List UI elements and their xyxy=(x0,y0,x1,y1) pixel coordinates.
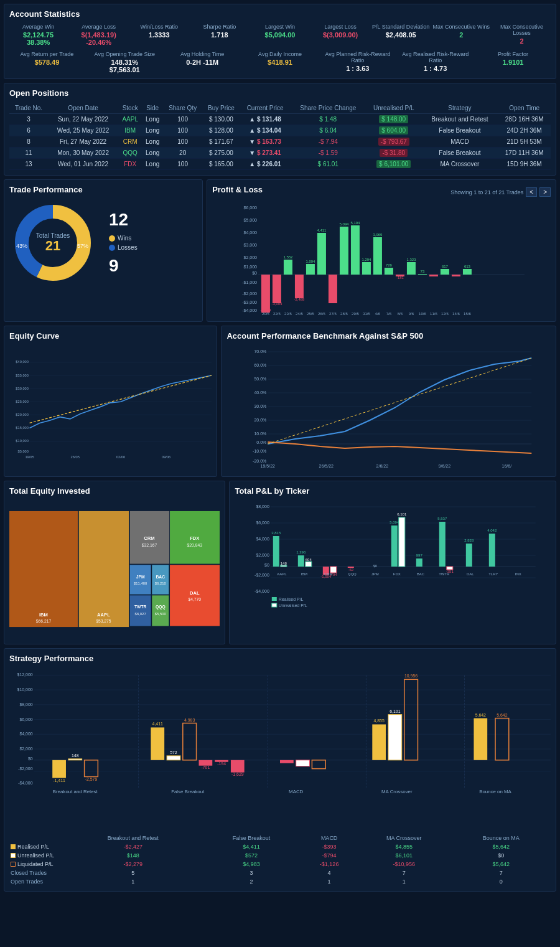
svg-line-69 xyxy=(30,375,212,423)
svg-text:-2,579: -2,579 xyxy=(85,777,98,781)
svg-text:-2,489: -2,489 xyxy=(294,298,306,301)
svg-text:JPM: JPM xyxy=(136,575,145,579)
stat-winloss-ratio: Win/Loss Ratio 1.3333 xyxy=(130,24,188,46)
bar-macd-u xyxy=(296,760,310,766)
svg-text:$10,000: $10,000 xyxy=(16,439,29,443)
bar xyxy=(295,275,304,298)
svg-text:4,411: 4,411 xyxy=(152,722,163,726)
svg-text:QQQ: QQQ xyxy=(156,605,166,610)
equity-curve-chart: $40,000 $35,000 $30,000 $25,000 $20,000 … xyxy=(9,346,212,470)
strategy-chart: $12,000 $10,000 $8,000 $6,000 $4,000 $2,… xyxy=(9,668,551,830)
benchmark-panel: Account Performance Benchmark Against S&… xyxy=(221,326,556,477)
svg-text:$8,000: $8,000 xyxy=(256,504,270,509)
svg-text:$3,000: $3,000 xyxy=(244,243,258,247)
bar-aapl-u xyxy=(281,565,287,567)
svg-text:9/6: 9/6 xyxy=(409,312,414,315)
svg-text:997: 997 xyxy=(416,554,423,557)
svg-text:70.0%: 70.0% xyxy=(254,349,267,354)
stat-profit-factor: Profit Factor 1.9101 xyxy=(475,51,551,73)
svg-text:-$3,000: -$3,000 xyxy=(242,300,257,304)
bar-macd-r xyxy=(280,760,294,763)
svg-text:7/6: 7/6 xyxy=(386,312,392,315)
bar xyxy=(373,237,382,275)
svg-text:Breakout and Retest: Breakout and Retest xyxy=(53,789,98,794)
bar-bac-r xyxy=(416,558,422,567)
svg-text:726: 726 xyxy=(386,263,393,267)
svg-text:-$4,000: -$4,000 xyxy=(242,308,257,313)
svg-text:26/5: 26/5 xyxy=(318,312,325,315)
bar xyxy=(418,274,427,275)
bar-fb-u xyxy=(167,756,180,760)
svg-text:4,983: 4,983 xyxy=(184,718,195,722)
bar xyxy=(362,262,371,275)
svg-text:-$1,000: -$1,000 xyxy=(242,280,257,285)
svg-text:1,396: 1,396 xyxy=(297,550,307,554)
bar-mac-u xyxy=(388,715,402,760)
svg-text:$66,217: $66,217 xyxy=(36,619,52,623)
bar-br-u xyxy=(68,759,82,760)
svg-text:11/6: 11/6 xyxy=(430,312,437,315)
svg-text:43%: 43% xyxy=(16,243,27,249)
table-row: 8 Fri, 27 May 2022 CRM Long 100 $ 171.67… xyxy=(9,136,551,148)
stat-max-consec-losses: Max Consecutive Losses 2 xyxy=(493,24,551,46)
col-trade-no: Trade No. xyxy=(9,103,48,114)
treemap-twtr xyxy=(130,595,151,626)
svg-text:8/6: 8/6 xyxy=(398,312,403,315)
svg-text:$4,000: $4,000 xyxy=(19,732,32,736)
bar xyxy=(463,269,472,275)
svg-text:27/5: 27/5 xyxy=(329,312,337,315)
bar-ibm-r xyxy=(298,555,304,567)
svg-text:$4,770: $4,770 xyxy=(188,597,201,601)
svg-text:AAPL: AAPL xyxy=(97,612,110,618)
losses-dot xyxy=(109,245,115,251)
svg-text:FDX: FDX xyxy=(190,535,200,541)
bar xyxy=(385,268,393,275)
benchmark-title: Account Performance Benchmark Against S&… xyxy=(226,331,551,341)
svg-text:$53,275: $53,275 xyxy=(96,619,111,623)
svg-text:FDX: FDX xyxy=(393,572,401,576)
svg-text:57%: 57% xyxy=(77,243,88,249)
svg-text:$20,000: $20,000 xyxy=(16,413,29,417)
svg-text:$6,210: $6,210 xyxy=(155,582,167,585)
svg-text:$15,000: $15,000 xyxy=(16,426,29,430)
total-pl-title: Total P&L by Ticker xyxy=(235,486,551,496)
svg-text:1,294: 1,294 xyxy=(362,258,372,261)
treemap-bac xyxy=(152,565,169,594)
equity-benchmark-row: Equity Curve $40,000 $35,000 $30,000 $25… xyxy=(4,326,556,477)
bar xyxy=(351,225,360,275)
svg-text:12/6: 12/6 xyxy=(441,312,449,315)
svg-text:1,552: 1,552 xyxy=(284,255,294,259)
svg-rect-155 xyxy=(272,597,277,601)
svg-text:0.0%: 0.0% xyxy=(257,440,267,445)
svg-text:$25,000: $25,000 xyxy=(16,400,29,403)
svg-text:Bounce on MA: Bounce on MA xyxy=(479,789,511,794)
svg-text:09/06: 09/06 xyxy=(162,455,170,459)
svg-text:CRM: CRM xyxy=(144,535,154,541)
svg-text:$4,000: $4,000 xyxy=(244,230,258,235)
svg-text:73: 73 xyxy=(421,270,425,273)
pl-next-button[interactable]: > xyxy=(539,187,551,197)
col-qty: Share Qty xyxy=(163,103,202,114)
treemap-qqq xyxy=(152,595,169,626)
svg-text:23/5: 23/5 xyxy=(284,312,292,315)
svg-text:9/6/22: 9/6/22 xyxy=(439,464,451,468)
svg-text:$0: $0 xyxy=(373,564,378,568)
svg-text:24/5: 24/5 xyxy=(296,312,303,315)
svg-text:-$4,000: -$4,000 xyxy=(18,781,33,785)
bar-macd-l xyxy=(312,760,325,769)
svg-text:BAC: BAC xyxy=(156,575,165,579)
svg-text:-20.0%: -20.0% xyxy=(253,459,267,463)
svg-text:IBM: IBM xyxy=(301,572,308,576)
trade-counts: 12 Wins Losses 9 xyxy=(109,210,138,276)
bar-twtr-r xyxy=(439,522,446,567)
trade-performance-title: Trade Performance xyxy=(9,185,197,194)
svg-text:BAC: BAC xyxy=(417,572,425,576)
table-row: 3 Sun, 22 May 2022 AAPL Long 100 $ 130.0… xyxy=(9,114,551,125)
svg-text:$32,167: $32,167 xyxy=(142,543,157,547)
svg-text:$2,000: $2,000 xyxy=(256,553,270,557)
svg-text:3,969: 3,969 xyxy=(373,233,383,237)
svg-text:604: 604 xyxy=(306,558,312,562)
pl-prev-button[interactable]: < xyxy=(526,187,537,197)
svg-text:5,537: 5,537 xyxy=(438,517,448,521)
svg-text:$40,000: $40,000 xyxy=(16,360,29,364)
